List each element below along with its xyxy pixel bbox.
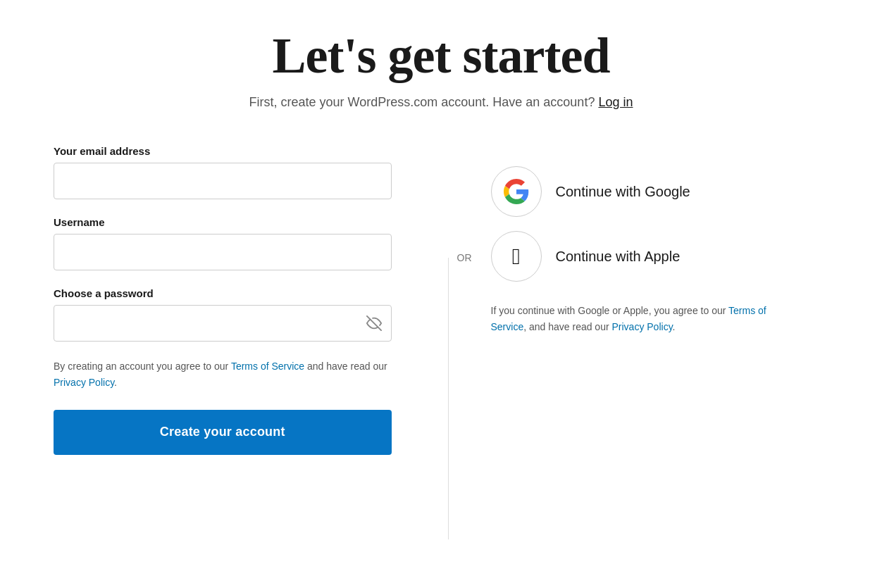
- social-buttons: Continue with Google  Continue with App…: [491, 166, 829, 282]
- main-title: Let's get started: [42, 28, 840, 84]
- password-wrapper: [54, 305, 392, 342]
- left-panel: Your email address Username Choose a pas…: [54, 145, 420, 455]
- password-input[interactable]: [54, 305, 392, 342]
- apple-icon-circle: : [491, 231, 542, 282]
- password-label: Choose a password: [54, 287, 392, 299]
- terms-of-service-link[interactable]: Terms of Service: [231, 361, 304, 372]
- terms-middle: and have read our: [304, 361, 387, 372]
- username-form-group: Username: [54, 216, 392, 270]
- divider-section: [420, 145, 477, 539]
- toggle-password-button[interactable]: [366, 315, 382, 331]
- social-terms-middle: , and have read our: [523, 321, 611, 332]
- google-icon: [504, 179, 529, 204]
- or-label: OR: [457, 249, 472, 266]
- social-privacy-link[interactable]: Privacy Policy: [612, 321, 673, 332]
- right-panel: Continue with Google  Continue with App…: [477, 145, 829, 334]
- google-button-label: Continue with Google: [556, 184, 690, 200]
- username-label: Username: [54, 216, 392, 228]
- social-terms-suffix: .: [673, 321, 676, 332]
- content-area: Your email address Username Choose a pas…: [54, 145, 828, 539]
- subtitle: First, create your WordPress.com account…: [42, 95, 840, 110]
- apple-icon: : [512, 245, 521, 268]
- create-account-button[interactable]: Create your account: [54, 410, 392, 455]
- email-form-group: Your email address: [54, 145, 392, 199]
- email-input[interactable]: [54, 163, 392, 199]
- google-icon-circle: [491, 166, 542, 217]
- apple-button-label: Continue with Apple: [556, 249, 681, 265]
- social-terms-prefix: If you continue with Google or Apple, yo…: [491, 305, 729, 316]
- eye-slash-icon: [366, 315, 382, 331]
- social-terms: If you continue with Google or Apple, yo…: [491, 303, 787, 334]
- privacy-policy-link[interactable]: Privacy Policy: [54, 377, 114, 388]
- email-label: Your email address: [54, 145, 392, 157]
- username-input[interactable]: [54, 234, 392, 270]
- password-form-group: Choose a password: [54, 287, 392, 342]
- subtitle-text: First, create your WordPress.com account…: [249, 95, 595, 109]
- page-wrapper: Let's get started First, create your Wor…: [0, 0, 882, 568]
- terms-text: By creating an account you agree to our …: [54, 358, 392, 390]
- terms-prefix: By creating an account you agree to our: [54, 361, 231, 372]
- header: Let's get started First, create your Wor…: [42, 28, 840, 110]
- vertical-divider: [448, 258, 449, 539]
- login-link[interactable]: Log in: [598, 95, 633, 109]
- terms-suffix: .: [114, 377, 117, 388]
- continue-with-google-button[interactable]: Continue with Google: [491, 166, 829, 217]
- continue-with-apple-button[interactable]:  Continue with Apple: [491, 231, 829, 282]
